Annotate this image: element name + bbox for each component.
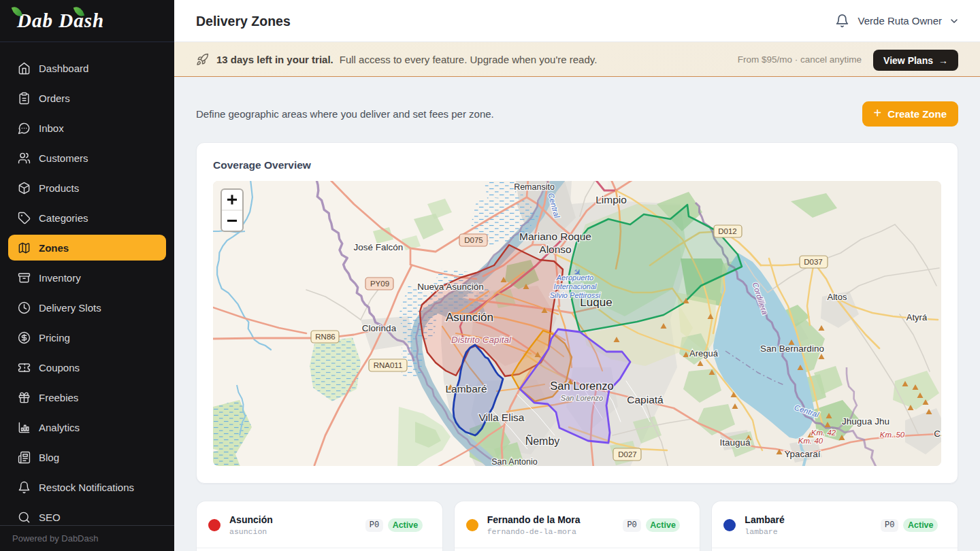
svg-text:Km. 40: Km. 40 [798,437,823,445]
svg-text:San Bernardino: San Bernardino [760,344,824,354]
svg-text:Silvio Pettirossi: Silvio Pettirossi [550,291,601,299]
svg-text:Villa Elisa: Villa Elisa [479,412,525,423]
svg-text:Atyrá: Atyrá [906,312,928,322]
svg-text:PY09: PY09 [370,280,389,288]
svg-text:Distrito Capital: Distrito Capital [451,335,512,345]
svg-text:D012: D012 [718,227,737,235]
svg-text:Alonso: Alonso [539,244,571,255]
svg-text:Ca: Ca [934,429,941,439]
svg-text:Aeropuerto: Aeropuerto [556,273,593,282]
svg-text:Clorinda: Clorinda [362,323,397,333]
svg-text:Itauguá: Itauguá [719,437,751,448]
svg-text:Lambaré: Lambaré [445,383,487,395]
svg-text:Km. 42: Km. 42 [811,429,836,437]
svg-text:Ñemby: Ñemby [525,434,560,447]
svg-text:Altos: Altos [828,292,847,302]
svg-text:San Lorenzo: San Lorenzo [561,394,603,402]
svg-text:Asunción: Asunción [446,311,493,324]
svg-text:San Antonio: San Antonio [491,457,537,466]
svg-text:RN86: RN86 [315,333,335,341]
svg-text:RNA011: RNA011 [374,361,403,369]
svg-text:Nueva Asunción: Nueva Asunción [417,282,484,292]
svg-text:Capiatá: Capiatá [627,394,664,405]
svg-text:José Falcón: José Falcón [354,242,404,252]
svg-text:Jhugua Jhu: Jhugua Jhu [842,416,889,427]
svg-text:D027: D027 [618,450,637,458]
svg-text:Limpio: Limpio [595,194,627,205]
svg-text:Ypacaraí: Ypacaraí [784,449,820,459]
svg-text:Remansito: Remansito [514,182,555,192]
svg-text:Mariano Roque: Mariano Roque [519,231,591,242]
svg-text:Internacional: Internacional [554,282,598,290]
svg-text:D075: D075 [464,236,483,244]
svg-text:D037: D037 [804,258,823,266]
svg-text:Areguá: Areguá [689,348,719,358]
svg-text:Km. 50: Km. 50 [880,431,905,439]
svg-text:San Lorenzo: San Lorenzo [550,380,614,392]
